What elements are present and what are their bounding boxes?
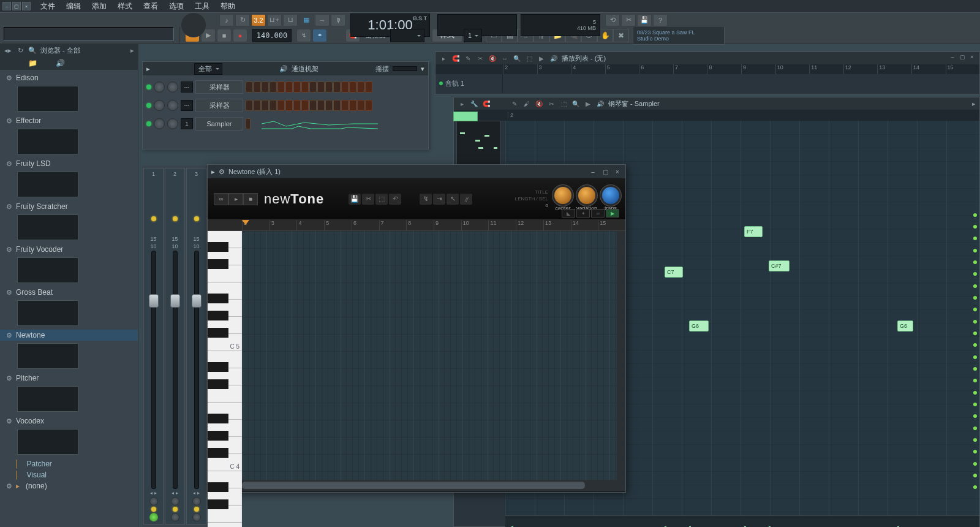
playhead-marker-icon[interactable] [242, 220, 249, 230]
step-button[interactable] [246, 82, 253, 93]
countdown-icon[interactable]: ⊔+ [267, 14, 282, 26]
search-icon[interactable]: 🔍 [28, 46, 37, 55]
step-icon[interactable]: → [315, 14, 330, 26]
step-button[interactable] [277, 82, 285, 93]
cut-icon[interactable]: ✂ [547, 99, 556, 108]
save-icon[interactable]: 💾 [349, 194, 361, 205]
step-button[interactable] [317, 82, 325, 93]
clip-thumbnail[interactable] [453, 112, 478, 121]
step-button[interactable] [365, 82, 372, 93]
loop-button[interactable]: ∞ [214, 193, 228, 205]
channel-name-button[interactable]: 采样器 [195, 99, 243, 112]
menu-options[interactable]: 选项 [164, 0, 189, 13]
pan-knob[interactable] [154, 118, 165, 129]
step-button[interactable] [333, 82, 341, 93]
mic-icon[interactable]: 🎙 [331, 14, 345, 26]
browser-item-edison[interactable]: ⚙Edison [0, 72, 138, 83]
mode-d-icon[interactable]: ▶ [606, 209, 619, 218]
step-button[interactable] [317, 100, 325, 111]
mixer-track-2[interactable]: 21510◂ ▸ [165, 168, 185, 525]
volume-fader[interactable] [194, 251, 199, 489]
cut-icon[interactable]: ✂ [476, 54, 484, 63]
track-led-icon[interactable] [973, 260, 977, 264]
browser-item-effector[interactable]: ⚙Effector [0, 115, 138, 126]
zoom-icon[interactable]: 🔍 [513, 54, 521, 63]
pan-knob[interactable] [171, 497, 179, 506]
mixer-track-1[interactable]: 11510◂ ▸ [143, 168, 164, 525]
minimize-icon[interactable]: – [2, 2, 11, 10]
zoom-icon[interactable]: 🔍 [571, 99, 580, 108]
track-led-icon[interactable] [973, 296, 977, 300]
step-button[interactable] [325, 82, 333, 93]
newtone-ruler[interactable]: 23456789101112131415 [208, 220, 625, 231]
tempo-display[interactable]: 140.000 [252, 29, 292, 42]
note[interactable]: F7 [744, 226, 763, 237]
pencil-icon[interactable]: ✎ [464, 54, 472, 63]
track-led-icon[interactable] [973, 474, 977, 477]
plugin-thumbnail[interactable] [17, 343, 78, 369]
channel-filter-dropdown[interactable]: 全部 [194, 63, 222, 75]
gear-icon[interactable]: ⚙ [219, 168, 225, 176]
step-button[interactable] [349, 100, 356, 111]
chevron-right-icon[interactable]: ▸ [146, 65, 150, 73]
mute-icon[interactable]: 🔇 [535, 99, 543, 108]
solo-led-icon[interactable] [194, 507, 199, 512]
chevron-right-icon[interactable]: ▸ [439, 54, 448, 63]
channel-led-icon[interactable] [146, 121, 151, 126]
step-button[interactable] [285, 82, 293, 93]
vol-knob[interactable] [167, 100, 178, 111]
save-icon[interactable]: 💾 [637, 14, 652, 26]
plugin-thumbnail[interactable] [17, 257, 78, 283]
chevron-right-icon[interactable]: ▸ [130, 47, 134, 55]
minimize-icon[interactable]: – [589, 167, 597, 176]
sound-icon[interactable]: 🔊 [279, 65, 288, 73]
stop-button[interactable]: ■ [217, 29, 232, 42]
channel-name-button[interactable]: 采样器 [195, 80, 243, 94]
plugin-thumbnail[interactable] [17, 86, 78, 112]
track-led-icon[interactable] [973, 438, 977, 442]
plugin-thumbnail[interactable] [17, 214, 78, 240]
step-button[interactable] [325, 100, 333, 111]
metronome-icon[interactable]: ♪ [219, 14, 234, 26]
newtone-keyboard[interactable]: C 5C 4 [208, 231, 242, 480]
speaker-icon[interactable]: 🔊 [549, 54, 558, 63]
plugin-thumbnail[interactable] [17, 429, 78, 455]
volume-fader[interactable] [151, 251, 156, 489]
slice-icon[interactable]: ⫽ [460, 194, 472, 205]
step-button[interactable] [301, 82, 309, 93]
pan-arrows[interactable]: ◂ ▸ [172, 490, 178, 496]
step-button[interactable] [365, 100, 372, 111]
menu-edit[interactable]: 编辑 [61, 0, 86, 13]
send-knob[interactable] [192, 513, 201, 521]
track-led-icon[interactable] [973, 284, 977, 288]
pan-knob[interactable] [149, 497, 158, 506]
newtone-grid[interactable] [242, 231, 617, 480]
step-button[interactable] [262, 100, 269, 111]
track-led-icon[interactable] [973, 213, 977, 217]
minimize-icon[interactable]: – [948, 53, 957, 61]
play-button[interactable]: ▸ [228, 193, 243, 205]
track-led-icon[interactable] [973, 249, 977, 252]
browser-item-pitcher[interactable]: ⚙Pitcher [0, 373, 138, 384]
pan-knob[interactable] [154, 82, 165, 93]
maximize-icon[interactable]: ▢ [12, 2, 21, 10]
channel-name-button[interactable]: Sampler [195, 117, 243, 131]
slip-icon[interactable]: ↔ [500, 54, 509, 63]
close-icon[interactable]: × [22, 2, 31, 10]
options-chevron-icon[interactable]: ▾ [421, 65, 424, 73]
solo-led-icon[interactable] [173, 507, 178, 512]
step-button[interactable] [254, 82, 261, 93]
pattern-indicator[interactable]: 3.2 [251, 14, 266, 26]
variation-knob[interactable]: variation [576, 187, 597, 211]
track-led-icon[interactable] [973, 450, 977, 453]
channel-number[interactable]: --- [181, 82, 193, 93]
pan-knob[interactable] [192, 497, 201, 506]
overdub-icon[interactable]: ⊔ [283, 14, 298, 26]
browser-none[interactable]: ⚙▸(none) [0, 480, 138, 491]
mute-icon[interactable]: 🔇 [488, 54, 497, 63]
track-led-icon[interactable] [973, 367, 977, 371]
magnet-icon[interactable]: 🧲 [451, 54, 460, 63]
wait-icon[interactable]: ↻ [235, 14, 250, 26]
playlist-track-header[interactable]: 音轨 1 [435, 74, 503, 93]
track-led-icon[interactable] [973, 414, 977, 418]
